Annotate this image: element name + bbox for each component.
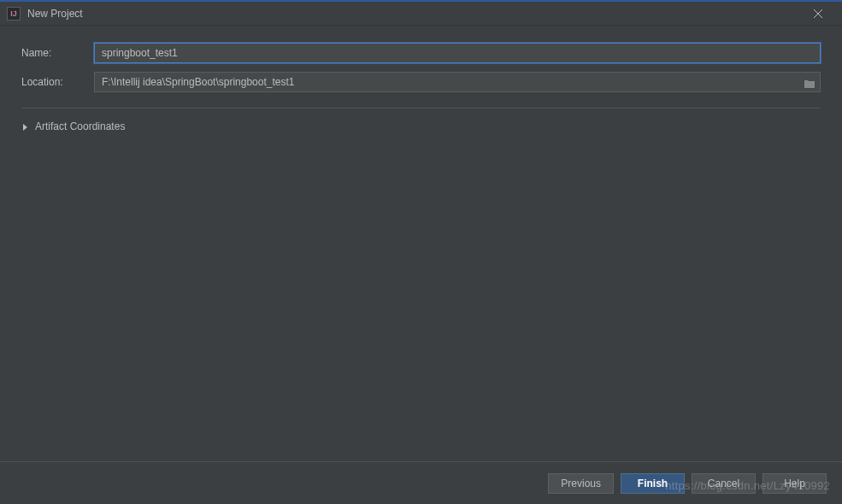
help-button[interactable]: Help: [763, 473, 827, 494]
chevron-right-icon: [21, 122, 30, 131]
app-icon: IJ: [7, 7, 21, 21]
close-icon: [814, 9, 822, 18]
folder-icon: [804, 79, 816, 89]
separator: [21, 108, 821, 108]
close-button[interactable]: [801, 2, 835, 26]
name-label: Name:: [21, 47, 94, 59]
location-label: Location:: [21, 76, 94, 88]
browse-folder-button[interactable]: [804, 77, 816, 87]
window-title: New Project: [27, 8, 801, 20]
artifact-coordinates-toggle[interactable]: Artifact Coordinates: [21, 119, 821, 134]
titlebar: IJ New Project: [0, 0, 842, 26]
name-input-wrap: [94, 43, 821, 63]
location-row: Location:: [21, 72, 821, 92]
finish-button[interactable]: Finish: [621, 473, 685, 494]
cancel-button[interactable]: Cancel: [692, 473, 756, 494]
name-input[interactable]: [94, 43, 821, 63]
location-input[interactable]: [94, 72, 821, 92]
location-input-wrap: [94, 72, 821, 92]
artifact-coordinates-label: Artifact Coordinates: [35, 120, 125, 132]
content-area: Name: Location: Artifact Coordinates: [0, 26, 842, 134]
name-row: Name:: [21, 43, 821, 63]
footer: Previous Finish Cancel Help: [0, 461, 842, 504]
previous-button[interactable]: Previous: [548, 473, 614, 494]
